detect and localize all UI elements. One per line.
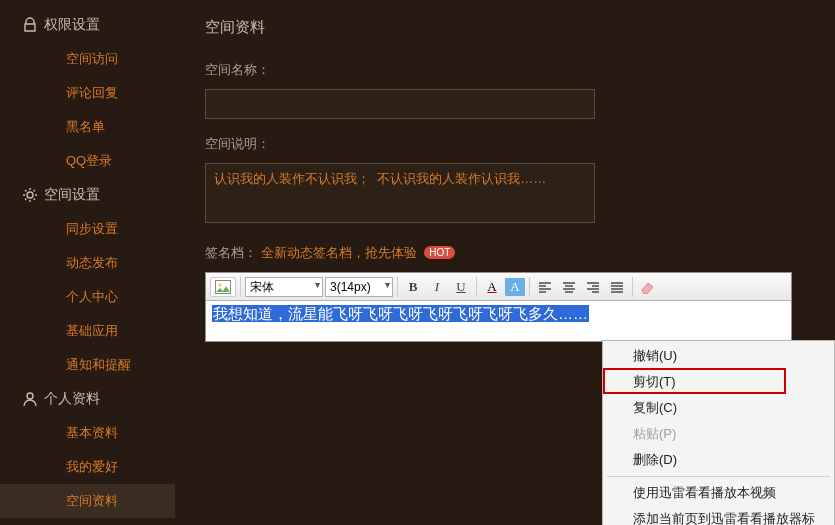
font-size-select[interactable]: 3(14px) [325,277,393,297]
ctx-xunlei-play[interactable]: 使用迅雷看看播放本视频 [605,480,832,506]
ctx-copy[interactable]: 复制(C) [605,395,832,421]
signature-label: 签名档： [205,245,257,260]
underline-button[interactable]: U [450,277,472,297]
ctx-undo[interactable]: 撤销(U) [605,343,832,369]
page-title: 空间资料 [205,18,805,37]
insert-image-button[interactable] [210,277,236,297]
bg-color-button[interactable]: A [505,278,525,296]
italic-button[interactable]: I [426,277,448,297]
editor-content[interactable]: 我想知道，流星能飞呀飞呀飞呀飞呀飞呀飞呀飞多久…… [206,301,791,341]
signature-row: 签名档： 全新动态签名档，抢先体验 HOT [205,244,805,262]
sidebar-item-personal-center[interactable]: 个人中心 [0,280,175,314]
svg-point-1 [27,393,33,399]
lock-icon [22,17,38,33]
space-desc-textarea[interactable]: 认识我的人装作不认识我； 不认识我的人装作认识我…… [205,163,595,223]
clear-format-button[interactable] [637,277,659,297]
sidebar-item-basic-info[interactable]: 基本资料 [0,416,175,450]
svg-point-0 [27,192,33,198]
align-left-button[interactable] [534,277,556,297]
sidebar-item-sync[interactable]: 同步设置 [0,212,175,246]
ctx-separator [607,476,830,477]
space-name-input[interactable] [205,89,595,119]
space-desc-label: 空间说明： [205,135,805,153]
sidebar-item-hobbies[interactable]: 我的爱好 [0,450,175,484]
align-justify-button[interactable] [606,277,628,297]
sidebar-item-qq-login[interactable]: QQ登录 [0,144,175,178]
ctx-paste[interactable]: 粘贴(P) [605,421,832,447]
font-color-button[interactable]: A [481,277,503,297]
person-icon [22,391,38,407]
sidebar-group-space-settings: 空间设置 [0,178,175,212]
context-menu: 撤销(U) 剪切(T) 复制(C) 粘贴(P) 删除(D) 使用迅雷看看播放本视… [602,340,835,525]
sidebar-item-feed[interactable]: 动态发布 [0,246,175,280]
ctx-xunlei-add[interactable]: 添加当前页到迅雷看看播放器标签 [605,506,832,525]
rich-text-editor: 宋体 3(14px) B I U A A 我想知道，流星能飞呀飞呀飞呀飞呀飞呀飞… [205,272,792,342]
selected-text: 我想知道，流星能飞呀飞呀飞呀飞呀飞呀飞呀飞多久…… [212,305,589,322]
sidebar-item-space-access[interactable]: 空间访问 [0,42,175,76]
gear-icon [22,187,38,203]
align-center-button[interactable] [558,277,580,297]
sidebar-group-title: 权限设置 [44,16,100,34]
font-family-select[interactable]: 宋体 [245,277,323,297]
align-right-button[interactable] [582,277,604,297]
svg-point-3 [219,283,222,286]
editor-toolbar: 宋体 3(14px) B I U A A [206,273,791,301]
hot-badge: HOT [424,246,455,259]
sidebar-item-blacklist[interactable]: 黑名单 [0,110,175,144]
sidebar: 权限设置 空间访问 评论回复 黑名单 QQ登录 空间设置 同步设置 动态发布 个… [0,0,175,525]
sidebar-group-title: 空间设置 [44,186,100,204]
bold-button[interactable]: B [402,277,424,297]
sidebar-item-comment-reply[interactable]: 评论回复 [0,76,175,110]
sidebar-item-notifications[interactable]: 通知和提醒 [0,348,175,382]
sidebar-group-title: 个人资料 [44,390,100,408]
ctx-delete[interactable]: 删除(D) [605,447,832,473]
sidebar-item-space-info[interactable]: 空间资料 [0,484,175,518]
main-content: 空间资料 空间名称： 空间说明： 认识我的人装作不认识我； 不认识我的人装作认识… [175,0,835,525]
sidebar-group-permissions: 权限设置 [0,8,175,42]
ctx-cut[interactable]: 剪切(T) [605,369,832,395]
signature-link[interactable]: 全新动态签名档，抢先体验 [261,245,417,260]
sidebar-group-profile: 个人资料 [0,382,175,416]
space-name-label: 空间名称： [205,61,805,79]
sidebar-item-basic-apps[interactable]: 基础应用 [0,314,175,348]
